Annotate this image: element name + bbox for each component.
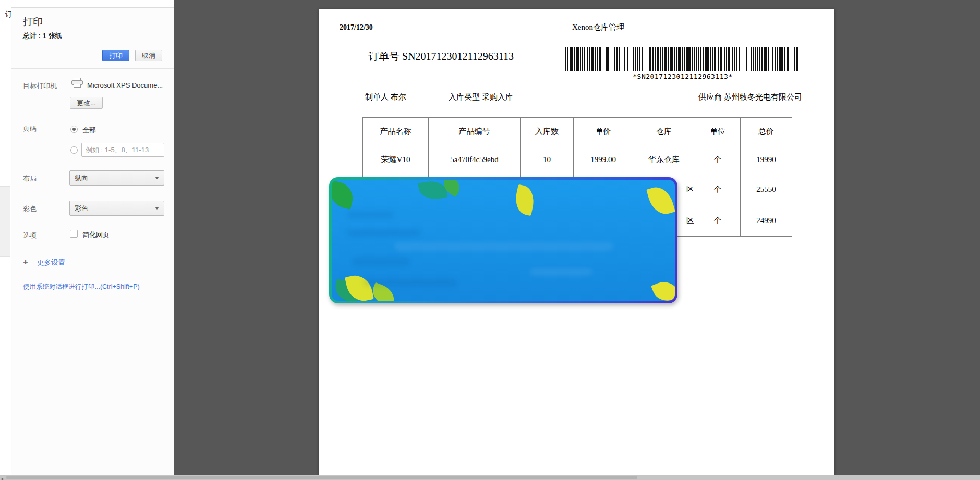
pages-all-radio[interactable]	[70, 126, 78, 133]
options-label: 选项	[23, 231, 37, 240]
chevron-down-icon	[155, 207, 159, 210]
cell-warehouse: 华东仓库	[633, 145, 695, 174]
destination-label: 目标打印机	[23, 81, 57, 91]
leaf-icon	[651, 277, 675, 301]
print-dialog: 打印 总计 : 1 张纸 打印 取消 目标打印机 Microsoft XPS D…	[11, 7, 174, 475]
background-page-block	[0, 186, 10, 257]
document-app-title: Xenon仓库管理	[572, 22, 624, 32]
blurred-content	[394, 242, 613, 251]
cell-total-price: 24990	[741, 205, 792, 237]
leaf-icon	[646, 183, 675, 217]
simplify-page-checkbox[interactable]	[70, 230, 78, 238]
blurred-content	[347, 211, 394, 218]
barcode	[565, 47, 800, 71]
leaf-icon	[513, 184, 537, 216]
col-unit: 单位	[695, 118, 741, 145]
scroll-left-arrow-icon[interactable]: ◂	[1, 476, 3, 480]
blue-overlay-content	[332, 180, 675, 301]
plus-icon: +	[23, 257, 28, 267]
blurred-content	[530, 268, 592, 276]
creator-field: 制单人 布尔	[365, 92, 406, 102]
col-total-price: 总价	[741, 118, 792, 145]
horizontal-scrollbar[interactable]: ◂	[0, 475, 980, 480]
cell-total-price: 19990	[741, 145, 792, 174]
color-select-value: 彩色	[75, 204, 88, 213]
system-dialog-print-link[interactable]: 使用系统对话框进行打印...(Ctrl+Shift+P)	[23, 282, 140, 291]
divider	[11, 68, 174, 69]
pages-range-input[interactable]	[81, 143, 164, 157]
simplify-page-label: 简化网页	[82, 230, 110, 240]
cell-unit: 个	[695, 174, 741, 205]
color-label: 彩色	[23, 204, 37, 214]
col-unit-price: 单价	[574, 118, 633, 145]
cell-inbound-qty: 10	[521, 145, 574, 174]
printer-icon	[71, 78, 83, 88]
cell-unit: 个	[695, 205, 741, 237]
col-warehouse: 仓库	[633, 118, 695, 145]
table-row: 荣耀V10 5a470f4c59ebd 10 1999.00 华东仓库 个 19…	[363, 145, 792, 174]
blurred-content	[363, 279, 457, 286]
color-select[interactable]: 彩色	[69, 201, 164, 216]
change-printer-button[interactable]: 更改...	[70, 97, 103, 109]
layout-select-value: 纵向	[75, 174, 88, 183]
more-settings-link[interactable]: 更多设置	[37, 258, 65, 267]
printer-name: Microsoft XPS Docume...	[87, 81, 163, 89]
cancel-button[interactable]: 取消	[135, 50, 162, 61]
cell-product-code: 5a470f4c59ebd	[429, 145, 521, 174]
pages-all-label: 全部	[82, 126, 96, 135]
col-product-name: 产品名称	[363, 118, 429, 145]
divider	[11, 248, 174, 248]
table-header-row: 产品名称 产品编号 入库数 单价 仓库 单位 总价	[363, 118, 792, 145]
pages-range-radio[interactable]	[70, 146, 78, 154]
document-date: 2017/12/30	[340, 23, 373, 32]
cell-total-price: 25550	[741, 174, 792, 205]
background-page-strip: 订	[0, 0, 11, 475]
order-number-title: 订单号 SN2017123012112963113	[368, 50, 514, 64]
stock-type-field: 入库类型 采购入库	[449, 92, 513, 102]
barcode-text: *SN2017123012112963113*	[565, 72, 800, 80]
print-total-sheets: 总计 : 1 张纸	[23, 31, 62, 41]
blurred-content	[353, 258, 410, 265]
print-button[interactable]: 打印	[102, 50, 129, 61]
pages-label: 页码	[23, 124, 37, 133]
layout-select[interactable]: 纵向	[69, 170, 164, 186]
chevron-down-icon	[155, 177, 159, 179]
cell-unit-price: 1999.00	[574, 145, 633, 174]
layout-label: 布局	[23, 174, 37, 183]
col-inbound-qty: 入库数	[521, 118, 574, 145]
blurred-content	[347, 229, 420, 237]
cell-product-name: 荣耀V10	[363, 145, 429, 174]
scrollbar-thumb[interactable]	[6, 476, 637, 479]
print-dialog-title: 打印	[23, 15, 43, 29]
cell-unit: 个	[695, 145, 741, 174]
supplier-field: 供应商 苏州牧冬光电有限公司	[698, 92, 802, 102]
leaf-icon	[332, 180, 356, 210]
col-product-code: 产品编号	[429, 118, 521, 145]
divider	[11, 275, 174, 275]
blue-overlay-card	[329, 177, 677, 303]
